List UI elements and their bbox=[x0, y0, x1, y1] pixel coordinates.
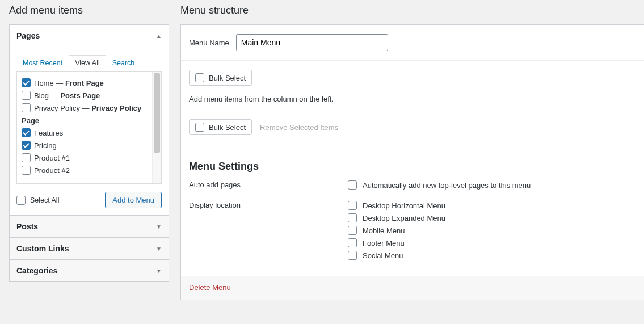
checkbox-blog[interactable] bbox=[22, 91, 31, 100]
page-item-label: Product #1 bbox=[34, 154, 70, 162]
remove-selected-link: Remove Selected Items bbox=[260, 123, 338, 132]
bulk-select-bottom[interactable]: Bulk Select bbox=[189, 119, 252, 135]
checkbox-bulk-select-top[interactable] bbox=[195, 73, 204, 82]
checkbox-privacy[interactable] bbox=[22, 103, 31, 112]
settings-divider bbox=[189, 150, 636, 150]
delete-menu-row: Delete Menu bbox=[181, 276, 644, 300]
bulk-select-bottom-row: Bulk Select Remove Selected Items bbox=[189, 119, 636, 135]
add-to-menu-button[interactable]: Add to Menu bbox=[105, 192, 162, 208]
location-social[interactable]: Social Menu bbox=[348, 251, 636, 260]
page-item-product2[interactable]: Product #2 bbox=[22, 164, 148, 176]
page-item-label: Features bbox=[34, 129, 63, 137]
menu-structure-title: Menu structure bbox=[180, 0, 644, 24]
accordion-custom-links-title: Custom Links bbox=[16, 244, 69, 253]
page-item-privacy[interactable]: Privacy Policy — Privacy Policy bbox=[22, 102, 148, 114]
page-item-pricing[interactable]: Pricing bbox=[22, 139, 148, 152]
page-item-label: Pricing bbox=[34, 141, 57, 150]
auto-add-option[interactable]: Automatically add new top-level pages to… bbox=[348, 180, 636, 190]
checkbox-pricing[interactable] bbox=[22, 141, 31, 150]
tab-search[interactable]: Search bbox=[106, 55, 141, 71]
checkbox-home[interactable] bbox=[22, 78, 31, 87]
location-label: Desktop Expanded Menu bbox=[363, 214, 445, 222]
scrollbar-thumb[interactable] bbox=[154, 73, 160, 153]
checkbox-product2[interactable] bbox=[22, 166, 31, 175]
location-label: Social Menu bbox=[363, 251, 403, 260]
chevron-up-icon: ▲ bbox=[156, 33, 162, 39]
page-item-label: Privacy Policy — Privacy Policy bbox=[34, 104, 141, 112]
checkbox-product1[interactable] bbox=[22, 153, 31, 162]
pages-tabs: Most Recent View All Search bbox=[16, 55, 162, 71]
page-item-home[interactable]: Home — Front Page bbox=[22, 77, 148, 89]
location-label: Mobile Menu bbox=[363, 226, 405, 235]
accordion-container: Pages ▲ Most Recent View All Search Home… bbox=[9, 24, 169, 282]
add-menu-items-title: Add menu items bbox=[9, 0, 169, 24]
accordion-pages-body: Most Recent View All Search Home — Front… bbox=[10, 47, 169, 215]
checkbox-features[interactable] bbox=[22, 128, 31, 137]
display-location-options: Desktop Horizontal Menu Desktop Expanded… bbox=[348, 201, 636, 263]
location-label: Desktop Horizontal Menu bbox=[363, 201, 445, 210]
checkbox-loc-1[interactable] bbox=[348, 213, 357, 222]
chevron-down-icon: ▼ bbox=[156, 224, 162, 230]
menu-settings-grid: Auto add pages Automatically add new top… bbox=[189, 180, 636, 263]
bulk-select-top[interactable]: Bulk Select bbox=[189, 70, 252, 86]
instruction-text: Add menu items from the column on the le… bbox=[189, 95, 636, 103]
tab-most-recent[interactable]: Most Recent bbox=[16, 55, 69, 71]
auto-add-label: Auto add pages bbox=[189, 180, 348, 193]
accordion-pages-header[interactable]: Pages ▲ bbox=[10, 25, 169, 47]
delete-menu-link[interactable]: Delete Menu bbox=[189, 283, 231, 292]
accordion-categories-title: Categories bbox=[16, 266, 57, 275]
pages-controls: Select All Add to Menu bbox=[16, 187, 162, 208]
checkbox-bulk-select-bottom[interactable] bbox=[195, 123, 204, 132]
tab-view-all[interactable]: View All bbox=[69, 55, 106, 71]
checkbox-loc-0[interactable] bbox=[348, 201, 357, 210]
menu-settings-title: Menu Settings bbox=[189, 161, 636, 172]
page-item-features[interactable]: Features bbox=[22, 127, 148, 139]
page-item-label: Product #2 bbox=[34, 166, 70, 175]
location-desktop-expanded[interactable]: Desktop Expanded Menu bbox=[348, 213, 636, 222]
display-location-label: Display location bbox=[189, 201, 348, 263]
page-item-label: Blog — Posts Page bbox=[34, 91, 100, 100]
menu-name-row: Menu Name bbox=[181, 25, 644, 61]
location-label: Footer Menu bbox=[363, 239, 405, 247]
select-all-row[interactable]: Select All bbox=[16, 196, 59, 205]
checkbox-loc-2[interactable] bbox=[348, 226, 357, 235]
page-item-label: Home — Front Page bbox=[34, 79, 104, 87]
bulk-select-label: Bulk Select bbox=[209, 74, 246, 82]
checkbox-loc-4[interactable] bbox=[348, 251, 357, 260]
menu-name-input[interactable] bbox=[236, 34, 388, 51]
chevron-down-icon: ▼ bbox=[156, 246, 162, 252]
pages-list: Home — Front Page Blog — Posts Page Priv… bbox=[17, 72, 152, 183]
checkbox-auto-add[interactable] bbox=[348, 180, 357, 190]
checkbox-loc-3[interactable] bbox=[348, 238, 357, 247]
page-sublabel: Page bbox=[22, 116, 148, 125]
bulk-select-label: Bulk Select bbox=[209, 123, 246, 132]
menu-name-label: Menu Name bbox=[189, 39, 229, 47]
location-desktop-horizontal[interactable]: Desktop Horizontal Menu bbox=[348, 201, 636, 210]
accordion-posts-header[interactable]: Posts ▼ bbox=[10, 215, 169, 237]
auto-add-option-label: Automatically add new top-level pages to… bbox=[363, 181, 531, 190]
checkbox-select-all[interactable] bbox=[16, 196, 26, 205]
pages-scrollbar[interactable] bbox=[152, 72, 161, 183]
accordion-pages-title: Pages bbox=[16, 31, 40, 40]
chevron-down-icon: ▼ bbox=[156, 268, 162, 274]
page-item-product1[interactable]: Product #1 bbox=[22, 152, 148, 164]
select-all-label: Select All bbox=[30, 196, 59, 204]
accordion-categories-header[interactable]: Categories ▼ bbox=[10, 259, 169, 281]
location-footer[interactable]: Footer Menu bbox=[348, 238, 636, 247]
pages-list-wrap: Home — Front Page Blog — Posts Page Priv… bbox=[16, 71, 162, 184]
location-mobile[interactable]: Mobile Menu bbox=[348, 226, 636, 235]
accordion-custom-links-header[interactable]: Custom Links ▼ bbox=[10, 237, 169, 259]
page-item-blog[interactable]: Blog — Posts Page bbox=[22, 89, 148, 102]
accordion-posts-title: Posts bbox=[16, 222, 38, 231]
menu-structure-body: Bulk Select Add menu items from the colu… bbox=[181, 61, 644, 263]
menu-structure-panel: Menu Name Bulk Select Add menu items fro… bbox=[180, 24, 644, 300]
